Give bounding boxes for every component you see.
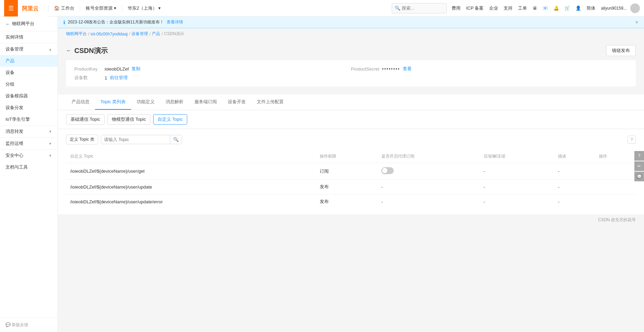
- sidebar-monitor-header[interactable]: 监控运维 ▼: [0, 137, 57, 149]
- breadcrumb-instance[interactable]: iot-06z00h7yodidaaj: [91, 32, 127, 36]
- main-content: ℹ 2023-12-08发布公告：企业版实例11月新功能发布！ 查看详情 ✕ 物…: [58, 17, 644, 332]
- chevron-up-icon: ▲: [49, 47, 52, 51]
- topic-path-3: /ioieobDLZef/${deviceName}/user/update/e…: [66, 194, 316, 209]
- nav-icon-2[interactable]: 📧: [540, 6, 550, 11]
- tab-message-parse[interactable]: 消息解析: [160, 95, 189, 110]
- toggle-knob-1: [382, 168, 388, 173]
- sidebar-item-group[interactable]: 分组: [0, 78, 57, 90]
- nav-user[interactable]: 👤: [573, 6, 583, 11]
- chevron-down-icon-1: ▾: [114, 6, 116, 11]
- product-key-value: ioieobDLZef: [105, 66, 129, 72]
- sub-tab-basic[interactable]: 基础通信 Topic: [66, 114, 105, 125]
- product-secret-value: ••••••••: [382, 66, 400, 72]
- tab-server-subscribe[interactable]: 服务端订阅: [189, 95, 222, 110]
- sidebar-item-distribute[interactable]: 设备分发: [0, 102, 57, 114]
- footer-text: CSDN @无尽的花寻: [598, 217, 636, 222]
- chevron-down-icon-msg: ▼: [49, 130, 52, 133]
- product-key-label: ProductKey: [74, 66, 102, 72]
- help-button[interactable]: ?: [627, 136, 636, 144]
- back-arrow-icon: ←: [6, 21, 10, 26]
- chevron-down-icon-security: ▼: [49, 154, 52, 158]
- topic-path-1: /ioieobDLZef/${deviceName}/user/get: [66, 163, 316, 180]
- nav-ticket[interactable]: 工单: [516, 5, 529, 11]
- topic-search-box: 🔍: [101, 135, 182, 144]
- nav-divider-3: [122, 5, 122, 12]
- permission-2: 发布: [316, 180, 377, 194]
- hamburger-icon: ☰: [8, 4, 14, 12]
- sidebar-item-iot-twin[interactable]: IoT孪生引擎: [0, 114, 57, 125]
- goto-device-management-btn[interactable]: 前往管理: [110, 75, 128, 81]
- sub-tab-custom[interactable]: 自定义 Topic: [153, 114, 187, 125]
- device-count-row: 设备数 1 前往管理: [74, 75, 627, 81]
- close-icon[interactable]: ✕: [635, 20, 638, 25]
- chevron-down-icon-monitor: ▼: [49, 142, 52, 146]
- nav-bell[interactable]: 🔔: [551, 6, 561, 11]
- page-content-wrapper: ← CSDN演示 镜链发布 ProductKey ioieobDLZef 复制: [58, 40, 644, 214]
- sidebar-feedback[interactable]: 💬 新版反馈: [0, 318, 57, 332]
- breadcrumb-home[interactable]: 物联网平台: [66, 31, 87, 37]
- feedback-icon: 💬: [6, 322, 11, 327]
- tab-feature-define[interactable]: 功能定义: [131, 95, 160, 110]
- main-layout: ← 物联网平台 实例详情 设备管理 ▲ 产品 设备 分组 设备模拟器 设备分发 …: [0, 17, 644, 332]
- sidebar-item-docs[interactable]: 文档与工具: [0, 161, 57, 173]
- copy-product-key-btn[interactable]: 复制: [131, 66, 140, 72]
- nav-resources[interactable]: 账号全部资源 ▾: [82, 0, 120, 17]
- announcement-link[interactable]: 查看详情: [167, 19, 183, 25]
- topic-search-input[interactable]: [101, 136, 170, 143]
- chevron-down-icon-2: ▾: [158, 6, 161, 11]
- col-permission: 操作权限: [316, 150, 377, 163]
- product-secret-label: ProductSecret: [351, 66, 379, 72]
- col-proxy: 是否开启代理订阅: [377, 150, 479, 163]
- sidebar-device-management-header[interactable]: 设备管理 ▲: [0, 43, 57, 55]
- proxy-toggle-1[interactable]: [381, 167, 394, 174]
- compression-1: -: [479, 163, 554, 180]
- nav-right-items: 费用 ICP 备案 企业 支持 工单 🖥 📧 🔔 🛒 👤 简体 aliyun90…: [450, 3, 640, 13]
- chat-icon-btn[interactable]: 💬: [634, 172, 644, 181]
- breadcrumb-device-mgmt[interactable]: 设备管理: [131, 31, 148, 37]
- table-header: 自定义 Topic 操作权限 是否开启代理订阅 压缩/解压缩 描述 操作: [66, 150, 636, 163]
- tab-product-info[interactable]: 产品信息: [66, 95, 95, 110]
- desc-1: -: [554, 163, 595, 180]
- sub-tab-thing-model[interactable]: 物模型通信 Topic: [107, 114, 150, 125]
- search-icon-btn: 🔍: [173, 137, 179, 142]
- col-compression: 压缩/解压缩: [479, 150, 554, 163]
- tab-device-dev[interactable]: 设备开发: [222, 95, 251, 110]
- page-back-btn[interactable]: ←: [66, 47, 72, 54]
- tab-file-upload[interactable]: 文件上传配置: [251, 95, 289, 110]
- sidebar-item-product[interactable]: 产品: [0, 55, 57, 67]
- sidebar-item-device[interactable]: 设备: [0, 67, 57, 78]
- nav-enterprise[interactable]: 企业: [487, 5, 500, 11]
- edit-icon-btn[interactable]: ✏: [634, 161, 644, 171]
- sidebar-item-instance[interactable]: 实例详情: [0, 31, 57, 43]
- sidebar-security-header[interactable]: 安全中心 ▼: [0, 149, 57, 161]
- hamburger-menu[interactable]: ☰: [4, 0, 18, 17]
- view-product-secret-btn[interactable]: 查看: [403, 66, 412, 72]
- svg-text:阿里云: 阿里云: [22, 6, 39, 11]
- nav-simplified-label[interactable]: 简体: [584, 5, 598, 11]
- nav-region[interactable]: 华东2（上海） ▾: [124, 0, 165, 17]
- release-button[interactable]: 镜链发布: [606, 45, 636, 56]
- nav-cart[interactable]: 🛒: [562, 6, 572, 11]
- help-icon-btn[interactable]: ?: [634, 151, 644, 161]
- nav-search-input[interactable]: [402, 6, 443, 11]
- tabs-bar: 产品信息 Topic 类列表 功能定义 消息解析 服务端订阅 设备开发 文件上传…: [58, 95, 644, 110]
- nav-fee[interactable]: 费用: [450, 5, 463, 11]
- page-header: ← CSDN演示 镜链发布: [66, 40, 636, 60]
- search-icon: 🔍: [395, 6, 400, 11]
- nav-username[interactable]: aliyun90159...: [599, 6, 629, 11]
- op-1: [595, 163, 636, 180]
- sidebar-item-simulator[interactable]: 设备模拟器: [0, 90, 57, 102]
- nav-icp[interactable]: ICP 备案: [464, 5, 486, 11]
- search-submit-btn[interactable]: 🔍: [170, 135, 182, 144]
- breadcrumb-product[interactable]: 产品: [152, 31, 160, 37]
- logo[interactable]: 阿里云: [18, 0, 47, 17]
- nav-workbench[interactable]: 🏠 工作台: [50, 0, 78, 17]
- define-topic-btn[interactable]: 定义 Topic 类: [66, 135, 98, 144]
- nav-support[interactable]: 支持: [502, 5, 515, 11]
- sidebar-back-btn[interactable]: ← 物联网平台: [0, 17, 57, 31]
- tab-topic-list[interactable]: Topic 类列表: [95, 95, 131, 110]
- sidebar-message-forward-header[interactable]: 消息转发 ▼: [0, 125, 57, 137]
- nav-icon-1[interactable]: 🖥: [530, 6, 539, 11]
- avatar[interactable]: [630, 3, 640, 13]
- info-icon: ℹ: [63, 20, 65, 25]
